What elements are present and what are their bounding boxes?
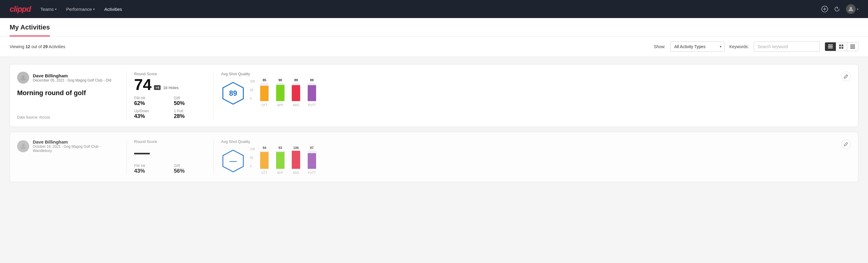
viewing-text: Viewing 12 out of 29 Activities xyxy=(10,44,65,49)
stat-grid: FW Hit 43% GIR 56% xyxy=(134,164,206,174)
one-putt-label: 1 Putt xyxy=(174,109,206,113)
bar-top-line xyxy=(276,152,284,153)
y-label-0: 0 xyxy=(250,165,255,168)
bar-outer xyxy=(260,83,269,101)
chart-bars: 94 OTT 93 APP 106 xyxy=(259,147,317,175)
bar-outer xyxy=(276,83,284,101)
score-row: — xyxy=(134,144,206,160)
y-axis-labels: 100 50 0 xyxy=(250,147,255,168)
bar-value: 89 xyxy=(294,78,298,82)
chart-bar-group: 85 OTT xyxy=(259,78,270,107)
chart-bar-group: 106 ARG xyxy=(290,146,302,175)
bar-label: OTT xyxy=(261,104,268,107)
avatar xyxy=(17,71,29,84)
card-left: Dave Billingham October 16, 2021 · Gog M… xyxy=(17,139,119,175)
search-input[interactable] xyxy=(754,41,820,52)
bar-label: OTT xyxy=(261,171,268,175)
up-down-label: Up/Down xyxy=(134,109,166,113)
nav-teams[interactable]: Teams ▾ xyxy=(40,7,57,12)
keywords-label: Keywords: xyxy=(730,44,749,49)
bar-top-line xyxy=(292,85,300,86)
svg-rect-9 xyxy=(839,47,841,49)
fw-hit-stat: FW Hit 62% xyxy=(134,96,166,107)
svg-rect-11 xyxy=(850,45,855,45)
bar-outer xyxy=(292,83,300,101)
svg-point-15 xyxy=(22,75,25,78)
svg-rect-12 xyxy=(850,46,855,46)
bar-label: ARG xyxy=(292,171,299,175)
round-score-value: — xyxy=(134,144,150,160)
navbar: clippd Teams ▾ Performance ▾ Activities xyxy=(0,0,868,18)
score-row: 74 +4 18 Holes xyxy=(134,77,206,92)
nav-performance-label: Performance xyxy=(66,7,92,12)
bar-top-line xyxy=(276,85,284,86)
chart-bar-group: 90 APP xyxy=(275,78,286,107)
navbar-right: ▾ xyxy=(822,4,858,14)
chart-bar-group: 87 PUTT xyxy=(307,146,318,175)
card-divider-2 xyxy=(214,139,214,175)
gir-label: GIR xyxy=(174,96,206,100)
chart-bar-group: 89 ARG xyxy=(290,78,302,107)
card-edit-button[interactable] xyxy=(841,139,851,149)
user-avatar-button[interactable]: ▾ xyxy=(846,4,858,14)
svg-rect-13 xyxy=(850,47,855,48)
nav-performance[interactable]: Performance ▾ xyxy=(66,7,95,12)
bar-value: 93 xyxy=(279,146,282,150)
svg-rect-8 xyxy=(841,45,843,46)
activity-type-dropdown[interactable]: All Activity Types xyxy=(671,41,724,52)
card-stats: Round Score 74 +4 18 Holes FW Hit 62% GI… xyxy=(134,71,206,119)
gir-label: GIR xyxy=(174,164,206,168)
hexagon-wrap: — xyxy=(221,149,245,173)
page-title: My Activities xyxy=(10,18,50,36)
card-quality: Avg Shot Quality 89 100 50 xyxy=(221,71,317,119)
view-list-detail-button[interactable] xyxy=(847,42,858,51)
bar-outer xyxy=(308,151,316,169)
add-button[interactable] xyxy=(822,6,828,12)
score-badge: +4 xyxy=(154,85,161,90)
bar-outer xyxy=(292,151,300,169)
card-left: Dave Billingham December 05, 2021 · Gog … xyxy=(17,71,119,119)
up-down-stat: Up/Down 43% xyxy=(134,109,166,119)
performance-chevron-icon: ▾ xyxy=(93,7,95,11)
gir-value: 56% xyxy=(174,168,206,174)
chart-bars: 85 OTT 90 APP 89 xyxy=(259,80,317,107)
refresh-button[interactable] xyxy=(834,6,840,12)
viewing-suffix: Activities xyxy=(49,44,65,49)
nav-activities[interactable]: Activities xyxy=(104,7,122,12)
toolbar: Viewing 12 out of 29 Activities Show: Al… xyxy=(0,37,868,57)
svg-rect-5 xyxy=(828,46,833,47)
fw-hit-stat: FW Hit 43% xyxy=(134,164,166,174)
card-edit-button[interactable] xyxy=(841,71,851,81)
fw-hit-label: FW Hit xyxy=(134,96,166,100)
card-user-name: Dave Billingham xyxy=(33,73,111,78)
fw-hit-label: FW Hit xyxy=(134,164,166,168)
bar-label: APP xyxy=(277,104,283,107)
bar-value: 85 xyxy=(262,78,266,82)
bar-inner xyxy=(308,85,316,101)
y-label-50: 50 xyxy=(250,156,255,159)
nav-activities-label: Activities xyxy=(104,7,122,12)
y-label-0: 0 xyxy=(250,97,255,100)
one-putt-stat: 1 Putt 28% xyxy=(174,109,206,119)
view-list-compact-button[interactable] xyxy=(825,42,836,51)
bar-inner xyxy=(292,151,300,169)
page-header: My Activities xyxy=(0,18,868,37)
bar-value: 94 xyxy=(262,146,266,150)
logo[interactable]: clippd xyxy=(10,4,31,14)
card-stats: Round Score — FW Hit 43% GIR 56% xyxy=(134,139,206,175)
bar-value: 87 xyxy=(310,146,314,150)
card-user-info: Dave Billingham December 05, 2021 · Gog … xyxy=(33,73,111,83)
bar-inner xyxy=(276,152,284,169)
up-down-value: 43% xyxy=(134,113,166,119)
round-score-label: Round Score xyxy=(134,71,206,76)
bar-value: 90 xyxy=(279,78,282,82)
hexagon: — xyxy=(221,149,245,173)
svg-rect-14 xyxy=(850,48,855,49)
activity-type-dropdown-wrap: All Activity Types ▾ xyxy=(671,41,724,52)
chart-bar-group: 93 APP xyxy=(275,146,286,175)
avatar-chevron-icon: ▾ xyxy=(857,7,858,11)
bar-label: ARG xyxy=(292,104,299,107)
view-grid-button[interactable] xyxy=(836,42,847,51)
avatar xyxy=(17,140,29,152)
holes-value: 18 Holes xyxy=(163,85,178,90)
